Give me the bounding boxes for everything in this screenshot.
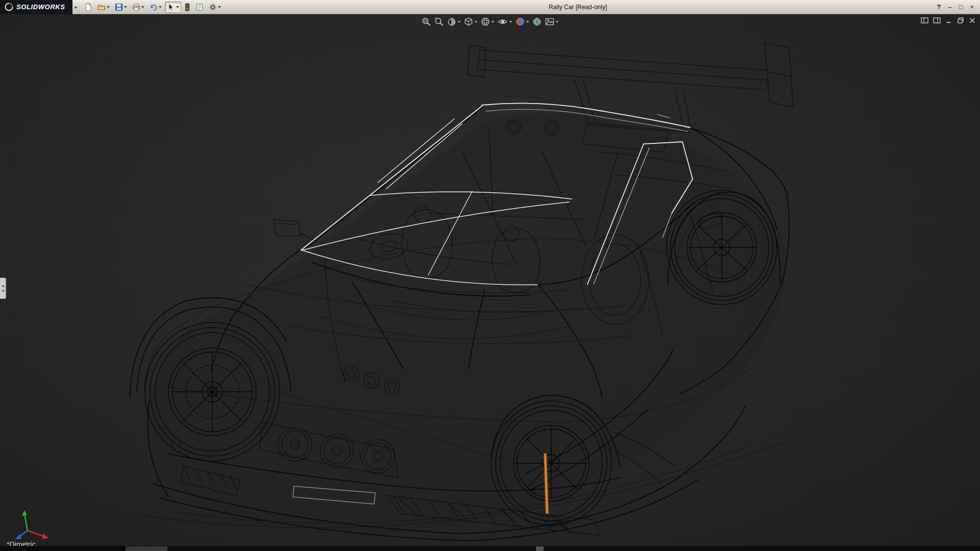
dropdown-caret-icon[interactable] [141,6,144,8]
dropdown-caret-icon[interactable] [556,21,559,23]
taskbar-strip [0,546,980,551]
headsup-view-toolbar [421,16,559,27]
pane-right-button[interactable] [933,17,941,24]
dropdown-caret-icon[interactable] [124,6,127,8]
dropdown-caret-icon[interactable] [526,21,529,23]
car-body-shade [149,113,787,533]
undo-button[interactable] [148,2,164,13]
triad-y-axis-icon [22,510,27,516]
display-style-icon [481,17,491,27]
doc-restore-icon [957,17,964,24]
save-button[interactable] [113,2,129,13]
window-controls: ? – □ × [933,0,980,14]
edit-appearance-button[interactable] [515,16,530,27]
section-view-button[interactable] [447,16,461,27]
pane-right-icon [933,17,941,24]
open-button[interactable] [95,2,112,13]
feature-manager-collapse-tab[interactable]: ◄ ◄ [0,278,6,299]
display-style-button[interactable] [480,16,495,27]
rebuild-stoplight-icon [184,3,190,11]
dropdown-caret-icon[interactable] [159,6,162,8]
print-icon [132,3,140,11]
titlebar: SOLIDWORKS ▸ [0,0,980,14]
help-button[interactable]: ? [937,0,941,14]
doc-minimize-button[interactable] [945,17,952,24]
print-button[interactable] [130,2,146,13]
zoom-to-fit-button[interactable] [421,16,432,27]
panel-collapse-arrow-icon: ◄ [1,284,5,288]
toolbar-flyout-arrow[interactable]: ▸ [72,0,80,14]
new-document-button[interactable] [82,2,94,13]
view-settings-button[interactable] [545,16,559,27]
reference-triad [7,508,58,541]
options-button[interactable] [207,2,223,13]
document-title: Rally Car [Read-only] [223,4,933,11]
panel-collapse-arrow-icon: ◄ [1,288,5,293]
solidworks-window: SOLIDWORKS ▸ [0,0,980,551]
zoom-to-fit-icon [422,17,431,27]
doc-minimize-icon [945,17,952,24]
dropdown-caret-icon[interactable] [176,6,179,8]
taskbar-fragment [536,546,544,551]
close-button[interactable]: × [970,0,974,14]
save-icon [115,3,123,11]
hide-show-items-icon [498,17,508,27]
view-orientation-icon [464,17,474,27]
graphics-viewport[interactable]: ◄ ◄ *Dimetric [0,14,980,546]
dropdown-caret-icon[interactable] [458,21,461,23]
triad-x-axis-icon [42,534,49,539]
doc-close-icon [969,17,976,24]
minimize-button[interactable]: – [948,0,951,14]
edit-appearance-icon [516,17,525,27]
open-folder-icon [97,3,106,11]
dropdown-caret-icon[interactable] [218,6,221,8]
file-properties-button[interactable] [193,2,206,13]
document-window-controls [921,17,976,24]
view-settings-icon [545,17,555,27]
doc-close-button[interactable] [969,17,976,24]
options-icon [209,3,217,11]
select-cursor-icon [167,3,175,11]
select-button[interactable] [165,2,181,13]
model-viewport-canvas[interactable] [0,14,980,546]
file-properties-icon [195,3,204,11]
solidworks-logo: SOLIDWORKS [0,0,72,14]
view-orientation-button[interactable] [463,16,478,27]
standard-toolbar [80,2,223,13]
pane-left-button[interactable] [921,17,928,24]
zoom-to-area-button[interactable] [434,16,445,27]
new-document-icon [84,3,92,11]
pane-left-icon [921,17,928,24]
undo-icon [150,3,158,11]
brand-name: SOLIDWORKS [16,3,65,11]
3ds-logo-icon [5,3,13,11]
dropdown-caret-icon[interactable] [492,21,495,23]
zoom-to-area-icon [434,17,444,27]
maximize-button[interactable]: □ [959,0,963,14]
dropdown-caret-icon[interactable] [509,21,512,23]
dropdown-caret-icon[interactable] [475,21,478,23]
dropdown-caret-icon[interactable] [107,6,110,8]
hide-show-items-button[interactable] [497,16,513,27]
view-orientation-label: *Dimetric [7,540,36,546]
section-view-icon [447,17,457,27]
apply-scene-button[interactable] [532,16,543,27]
apply-scene-icon [532,17,542,27]
doc-restore-button[interactable] [957,17,964,24]
rebuild-button[interactable] [182,2,192,13]
taskbar-fragment [126,546,167,551]
